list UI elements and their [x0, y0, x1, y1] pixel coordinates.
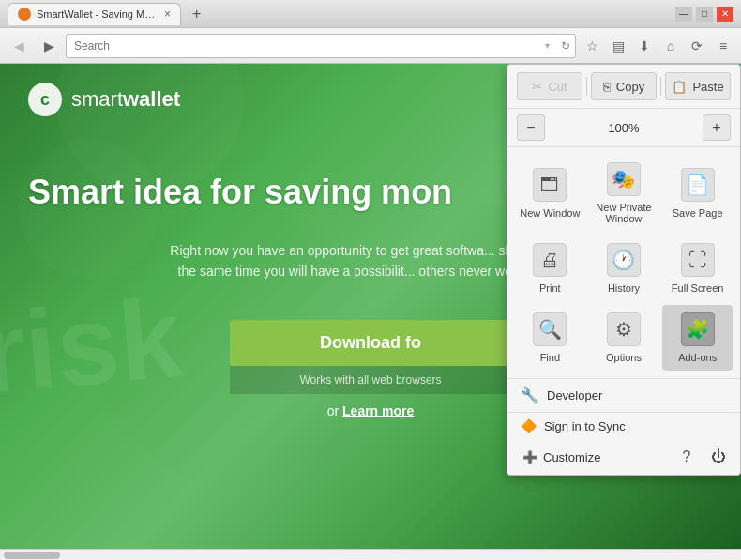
cut-button[interactable]: ✂ Cut — [517, 72, 582, 100]
tab-favicon — [18, 8, 31, 21]
title-bar: SmartWallet - Saving Mon... × + — □ ✕ — [0, 0, 741, 28]
reader-icon[interactable]: ▤ — [606, 34, 630, 58]
save-page-icon: 📄 — [681, 168, 715, 202]
back-button[interactable]: ◀ — [6, 33, 32, 59]
sep-1 — [586, 77, 587, 96]
menu-list: 🔧 Developer — [507, 379, 740, 413]
works-with-text: Works with all web browsers — [230, 366, 511, 394]
zoom-value: 100% — [549, 121, 699, 135]
url-dropdown-icon: ▾ — [545, 40, 550, 51]
power-button[interactable]: ⏻ — [706, 445, 731, 469]
home-icon[interactable]: ⌂ — [658, 34, 683, 58]
or-label: or — [327, 403, 342, 418]
window-controls: — □ ✕ — [675, 7, 733, 22]
download-button[interactable]: Download fo — [230, 320, 511, 366]
bookmark-icon[interactable]: ☆ — [580, 34, 604, 58]
zoom-row: − 100% + — [507, 109, 740, 147]
sync-icon[interactable]: ⟳ — [685, 34, 709, 58]
learn-more-link[interactable]: Learn more — [342, 403, 414, 418]
options-icon: ⚙ — [607, 312, 641, 346]
zoom-in-button[interactable]: + — [703, 114, 731, 141]
customize-plus-icon: ➕ — [522, 450, 537, 464]
copy-label: Copy — [616, 80, 644, 94]
menu-item-save-page[interactable]: 📄 Save Page — [662, 155, 733, 232]
menu-bottom-row: ➕ Customize ? ⏻ — [507, 439, 740, 475]
refresh-button[interactable]: ↻ — [561, 39, 570, 53]
find-label: Find — [540, 352, 560, 363]
menu-item-developer[interactable]: 🔧 Developer — [507, 379, 740, 412]
cut-label: Cut — [548, 80, 567, 94]
sign-in-icon: 🔶 — [521, 418, 537, 433]
addons-icon: 🧩 — [681, 312, 715, 346]
download-icon[interactable]: ⬇ — [632, 34, 657, 58]
url-bar-container: ▾ ↻ — [66, 34, 576, 58]
brand-icon: c — [28, 83, 62, 116]
print-icon: 🖨 — [533, 243, 567, 277]
private-window-label: New Private Window — [593, 202, 656, 224]
options-label: Options — [606, 352, 642, 363]
customize-button[interactable]: ➕ Customize — [517, 446, 606, 468]
menu-item-history[interactable]: 🕐 History — [589, 235, 659, 301]
tab-area: SmartWallet - Saving Mon... × + — [8, 3, 206, 25]
save-page-label: Save Page — [673, 207, 723, 219]
main-content: risk c smartwallet Smart idea for saving… — [0, 64, 741, 560]
developer-icon: 🔧 — [521, 386, 539, 404]
paste-button[interactable]: 📋 Paste — [665, 72, 731, 100]
menu-item-print[interactable]: 🖨 Print — [515, 235, 585, 301]
menu-bottom-icons: ? ⏻ — [674, 445, 731, 469]
find-icon: 🔍 — [533, 312, 567, 346]
paste-icon: 📋 — [672, 80, 687, 94]
copy-button[interactable]: ⎘ Copy — [591, 72, 657, 100]
copy-icon: ⎘ — [603, 80, 611, 94]
firefox-menu: ✂ Cut ⎘ Copy 📋 Paste − 100% + 🗔 New — [507, 64, 741, 476]
sign-in-row[interactable]: 🔶 Sign in to Sync — [507, 413, 740, 439]
menu-icon[interactable]: ≡ — [711, 34, 735, 58]
menu-item-new-window[interactable]: 🗔 New Window — [515, 155, 585, 232]
active-tab[interactable]: SmartWallet - Saving Mon... × — [8, 3, 181, 25]
menu-item-find[interactable]: 🔍 Find — [515, 305, 585, 371]
full-screen-icon: ⛶ — [681, 243, 715, 277]
maximize-button[interactable]: □ — [696, 7, 713, 22]
brand-name: smartwallet — [71, 87, 180, 112]
customize-label: Customize — [543, 450, 600, 464]
history-icon: 🕐 — [607, 243, 641, 277]
cut-icon: ✂ — [532, 80, 542, 94]
sign-in-label: Sign in to Sync — [544, 419, 626, 433]
navigation-bar: ◀ ▶ ▾ ↻ ☆ ▤ ⬇ ⌂ ⟳ ≡ — [0, 28, 741, 64]
customize-area: ➕ Customize — [517, 446, 606, 468]
menu-item-full-screen[interactable]: ⛶ Full Screen — [662, 235, 733, 301]
help-button[interactable]: ? — [674, 445, 699, 469]
menu-grid: 🗔 New Window 🎭 New Private Window 📄 Save… — [507, 147, 740, 379]
developer-label: Developer — [547, 388, 602, 402]
close-button[interactable]: ✕ — [717, 7, 733, 22]
sep-2 — [660, 77, 661, 96]
private-window-icon: 🎭 — [607, 162, 641, 196]
clipboard-row: ✂ Cut ⎘ Copy 📋 Paste — [507, 65, 740, 109]
minimize-button[interactable]: — — [675, 7, 692, 22]
menu-item-options[interactable]: ⚙ Options — [589, 305, 659, 371]
zoom-out-button[interactable]: − — [517, 114, 545, 141]
history-label: History — [608, 282, 640, 294]
menu-item-addons[interactable]: 🧩 Add-ons — [662, 305, 733, 371]
tab-close-button[interactable]: × — [164, 8, 171, 21]
new-window-icon: 🗔 — [533, 168, 567, 202]
horizontal-scrollbar[interactable] — [0, 549, 741, 560]
addons-label: Add-ons — [678, 352, 717, 363]
tab-title: SmartWallet - Saving Mon... — [37, 8, 159, 20]
print-label: Print — [539, 282, 561, 294]
paste-label: Paste — [692, 80, 723, 94]
nav-icons: ☆ ▤ ⬇ ⌂ ⟳ ≡ — [580, 34, 735, 58]
new-window-label: New Window — [520, 207, 580, 219]
new-tab-button[interactable]: + — [187, 4, 206, 24]
url-input[interactable] — [66, 34, 576, 58]
forward-button[interactable]: ▶ — [36, 33, 62, 59]
menu-item-private-window[interactable]: 🎭 New Private Window — [589, 155, 659, 232]
scrollbar-thumb[interactable] — [4, 552, 60, 559]
full-screen-label: Full Screen — [672, 282, 724, 294]
